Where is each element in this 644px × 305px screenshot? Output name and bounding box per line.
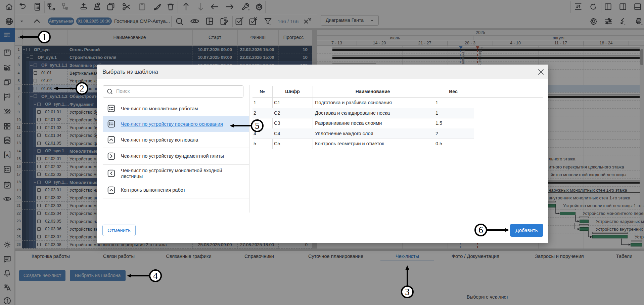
svg-text:6: 6 <box>478 225 483 235</box>
svg-text:3: 3 <box>405 287 410 297</box>
svg-text:4: 4 <box>153 271 158 281</box>
svg-text:1: 1 <box>42 32 47 42</box>
svg-text:5: 5 <box>255 121 260 131</box>
svg-text:2: 2 <box>80 83 84 93</box>
